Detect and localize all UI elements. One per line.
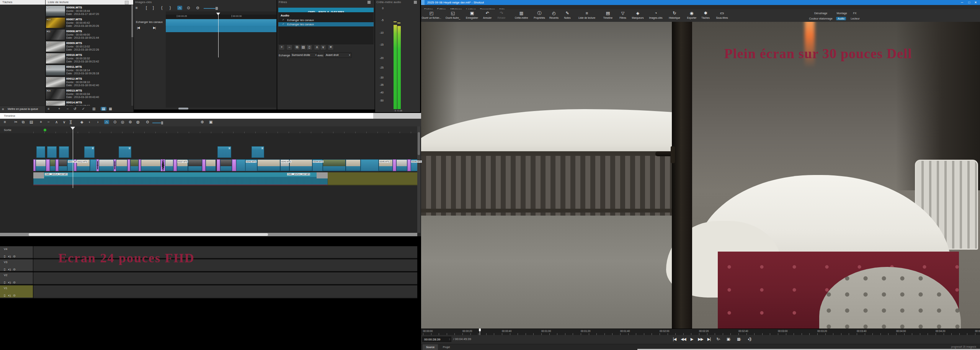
layout-tab-couleur[interactable]: Couleur étalonnage (809, 17, 832, 20)
layout-tab[interactable]: Dérushage (814, 12, 827, 15)
toolbar-button[interactable]: ✎ Notes (564, 10, 571, 19)
hide-icon[interactable]: ⊙ (13, 268, 16, 271)
track-header[interactable]: V4 ▯◖)⊙ (0, 246, 33, 258)
video-clip-segment[interactable] (116, 159, 127, 171)
video-clip-segment[interactable] (161, 159, 165, 171)
keyframes-hscrollbar-thumb[interactable] (178, 108, 188, 110)
playlist-toolbar-button[interactable]: ↺ (74, 107, 77, 111)
track-lane[interactable] (33, 272, 417, 285)
timeline-hscrollbar-thumb[interactable] (29, 233, 268, 236)
video-clip-segment[interactable] (232, 159, 236, 171)
playlist-item[interactable]: #11 00008.MTS Durée : 00:00:49:00 Date :… (46, 29, 133, 41)
playlist-toolbar-button[interactable]: + (58, 107, 60, 111)
video-clip-segment[interactable] (393, 159, 396, 171)
swap-from-select[interactable]: Surround droite▾ (290, 52, 318, 58)
keyframes-toolbar-button[interactable]: [ (146, 6, 147, 10)
filters-toolbar-button[interactable]: + (279, 44, 285, 50)
video-clip-segment[interactable] (220, 159, 232, 171)
minimize-button[interactable]: ─ (961, 1, 963, 4)
keyframes-playhead[interactable] (218, 13, 219, 57)
timeline-ruler[interactable]: Sortie (0, 126, 421, 133)
toolbar-button[interactable]: ◈ Marqueurs (632, 10, 644, 19)
timeline-toolbar-button[interactable]: › (97, 120, 98, 124)
mute-icon[interactable]: ◖) (8, 255, 11, 258)
lock-icon[interactable]: ▯ (4, 268, 5, 271)
timecode-spinner[interactable]: 00:00:28:39 ↕ (422, 337, 451, 342)
video-clip[interactable]: tr (252, 146, 264, 158)
keyframe-next-button[interactable]: ▶| (153, 26, 155, 29)
toolbar-button[interactable]: ⓘ Propriétés (534, 10, 545, 19)
keyframes-toolbar-button[interactable]: { (161, 6, 162, 10)
video-clip-segment[interactable] (323, 159, 346, 171)
swap-to-select[interactable]: Avant droit▾ (324, 52, 351, 58)
layout-tab[interactable]: Montage (836, 12, 847, 15)
video-preview[interactable]: Plein écran sur 30 pouces Dell (421, 22, 980, 329)
tab-projet[interactable]: Projet (439, 344, 454, 350)
hide-icon[interactable]: ⊙ (13, 255, 16, 258)
filter-checkbox[interactable]: ✓ (282, 23, 284, 26)
playlist-item[interactable]: #10 00007.MTS Durée : 00:00:40:42 Date :… (46, 17, 133, 29)
playlist-item[interactable]: #13 00010.MTS Durée : 00:00:33:32 Date :… (46, 52, 133, 64)
video-clip-segment[interactable] (36, 159, 46, 171)
timeline-toolbar-button[interactable]: ✂ (14, 120, 17, 124)
video-clip-segment[interactable] (59, 159, 67, 171)
toolbar-button[interactable]: ▭ Sous-titres (716, 10, 728, 19)
playlist-toolbar-button[interactable]: − (67, 107, 69, 111)
video-clip-segment[interactable] (202, 159, 206, 171)
transport-button[interactable]: ↻▾ (717, 337, 720, 341)
video-clip-segment[interactable] (46, 159, 50, 171)
audio-clip[interactable]: OMD__ENOLA_GAY.MP3 OMD__ENOLA_GAY.MP3 (33, 172, 328, 185)
video-clip-segment[interactable]: 00045.MTS (379, 159, 393, 171)
filter-row[interactable]: ✓ Echanger les canaux (278, 22, 374, 26)
toolbar-button[interactable]: ✱ Tâches (701, 10, 709, 19)
timeline-toolbar-button[interactable]: ⊖ (146, 120, 149, 124)
spinner-arrows-icon[interactable]: ↕ (449, 338, 451, 340)
layout-tab[interactable]: FX (853, 12, 857, 15)
track-header[interactable]: V1 ▯◖)⊙ (0, 285, 33, 298)
keyframes-toolbar-button[interactable]: } (170, 6, 171, 10)
tab-source[interactable]: Source (423, 344, 438, 350)
playlist-item[interactable]: #14 00011.MTS Durée : 00:00:18:14 Date :… (46, 64, 133, 76)
filters-toolbar-button[interactable]: ✕ (328, 44, 334, 50)
chevron-down-icon[interactable]: ▾ (730, 338, 730, 340)
video-clip[interactable] (36, 146, 45, 158)
toolbar-button[interactable]: ◔ Images-clés (649, 10, 662, 19)
toolbar-button[interactable]: ▽ Filtres (619, 10, 626, 19)
keyframes-hscrollbar[interactable] (134, 108, 276, 110)
playlist-item[interactable]: #15 00012.MTS Durée : 00:00:08:10 Date :… (46, 76, 133, 88)
timeline-zoom-slider[interactable] (152, 123, 163, 123)
timeline-toolbar-button[interactable]: ∩ (104, 120, 109, 124)
toolbar-button[interactable]: ≡ Liste de lecture (578, 10, 595, 19)
toolbar-button[interactable]: ▤ Timeline (603, 10, 612, 19)
video-clip-segment[interactable]: 00037.MTS (177, 159, 188, 171)
video-clip-segment[interactable]: 00044.MTS (312, 159, 323, 171)
timeline-toolbar-button[interactable]: ≡ (4, 120, 6, 124)
mute-icon[interactable]: ◖) (8, 294, 11, 297)
playlist-toolbar-button[interactable]: ▥ (92, 107, 96, 111)
timeline-toolbar-button[interactable]: ⊛ (129, 120, 132, 124)
playlist-item[interactable]: #16 00013.MTS Durée : 00:00:43:34 Date :… (46, 88, 133, 100)
transport-button[interactable]: ▦▾ (737, 337, 741, 341)
timeline-toolbar-button[interactable]: ∧ (55, 120, 58, 124)
toolbar-button[interactable]: ◱ Ouvrir Autre_ (446, 10, 460, 19)
video-clip-segment[interactable]: 00042.MTS (245, 159, 257, 171)
video-clip-segment[interactable] (217, 159, 220, 171)
toolbar-button[interactable]: ◴ Récents (549, 10, 559, 19)
playlist-toolbar-button[interactable]: ≡ (47, 107, 49, 111)
lock-icon[interactable]: ▯ (4, 281, 5, 284)
timeline-toolbar-button[interactable]: ⊕ (201, 120, 204, 124)
timeline-toolbar-button[interactable]: ▣ (209, 120, 212, 124)
video-clip[interactable] (59, 146, 69, 158)
filters-toolbar-button[interactable]: ▤ (300, 44, 306, 50)
toolbar-button[interactable]: ▣ Enregistrer (466, 10, 478, 19)
transport-button[interactable]: ◖)) (747, 337, 751, 341)
timeline-toolbar-button[interactable]: ⊙ (113, 120, 116, 124)
filter-checkbox[interactable]: ✓ (282, 18, 284, 21)
track-lane[interactable] (33, 285, 417, 298)
transport-button[interactable]: |◀ (673, 337, 676, 341)
keyframes-zoom-slider-handle[interactable] (216, 7, 218, 10)
filters-toolbar-button[interactable]: − (286, 44, 292, 50)
chevron-down-icon[interactable]: ▾ (740, 338, 741, 340)
filters-toolbar-button[interactable]: ⧉ (294, 44, 300, 50)
playlist-toolbar-button[interactable]: ✓ (82, 107, 85, 111)
